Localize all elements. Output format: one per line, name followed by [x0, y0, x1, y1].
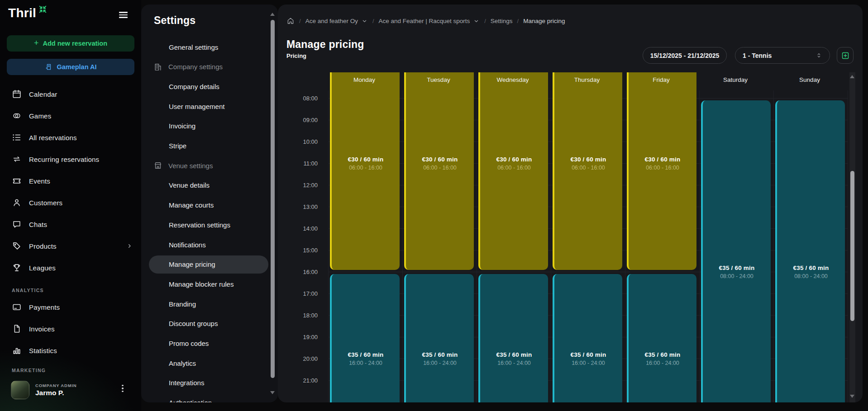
home-icon[interactable]	[286, 17, 295, 25]
invoice-icon	[12, 324, 22, 334]
hour-label: 21:00	[286, 377, 318, 384]
calendar-icon	[12, 89, 22, 99]
sidebar-item-label: Customers	[29, 199, 62, 207]
day-header-saturday: Saturday	[723, 76, 748, 83]
calendar-scrollbar-thumb[interactable]	[850, 171, 854, 321]
chevron-right-icon	[126, 242, 133, 250]
avatar	[11, 381, 29, 399]
gameplan-ai-button[interactable]: Gameplan AI	[7, 59, 134, 75]
settings-item-manage-courts[interactable]: Manage courts	[169, 200, 214, 210]
settings-scrollbar-thumb[interactable]	[271, 20, 275, 378]
sidebar-item-recurring-reservations[interactable]: Recurring reservations	[0, 148, 141, 170]
price-block-hours: 16:00 - 24:00	[349, 360, 382, 366]
price-block-sunday-8[interactable]: €35 / 60 min 08:00 - 24:00	[775, 100, 845, 402]
gameplan-ai-label: Gameplan AI	[57, 63, 96, 71]
settings-item-company-details[interactable]: Company details	[169, 81, 219, 91]
column-gridline	[773, 90, 774, 402]
user-profile[interactable]: COMPANY ADMIN Jarmo P.	[0, 378, 141, 402]
sidebar-item-events[interactable]: Events	[0, 170, 141, 192]
settings-panel-title: Settings	[154, 14, 196, 27]
breadcrumb-item-ace-and-feather-oy[interactable]: Ace and feather Oy	[305, 18, 358, 24]
calendar-scrollbar[interactable]	[849, 72, 855, 402]
add-new-reservation-button[interactable]: + Add new reservation	[7, 35, 134, 52]
settings-section-label: Company settings	[168, 63, 223, 71]
sidebar-item-all-reservations[interactable]: All reservations	[0, 127, 141, 148]
settings-item-branding[interactable]: Branding	[169, 299, 196, 309]
price-block-wednesday-6[interactable]: €30 / 60 min 06:00 - 16:00	[478, 72, 548, 270]
sidebar-item-products[interactable]: Products	[0, 235, 141, 257]
price-block-hours: 06:00 - 16:00	[572, 165, 605, 171]
price-block-wednesday-16[interactable]: €35 / 60 min 16:00 - 24:00	[478, 274, 548, 402]
date-range-input[interactable]: 15/12/2025 - 21/12/2025	[643, 47, 727, 64]
price-block-tuesday-6[interactable]: €30 / 60 min 06:00 - 16:00	[404, 72, 474, 270]
settings-item-discount-groups[interactable]: Discount groups	[169, 319, 218, 329]
scroll-up-icon[interactable]	[850, 75, 854, 78]
settings-item-user-management[interactable]: User management	[169, 101, 224, 111]
scroll-down-icon[interactable]	[850, 395, 854, 398]
sport-select-value: 1 - Tennis	[743, 52, 772, 59]
price-block-friday-6[interactable]: €30 / 60 min 06:00 - 16:00	[627, 72, 696, 270]
settings-item-stripe[interactable]: Stripe	[169, 141, 186, 151]
price-block-rate: €35 / 60 min	[719, 265, 755, 271]
price-block-hours: 16:00 - 24:00	[646, 360, 679, 366]
sidebar-item-games[interactable]: Games	[0, 105, 141, 127]
sidebar-item-label: All reservations	[29, 134, 77, 142]
settings-item-integrations[interactable]: Integrations	[169, 378, 204, 388]
menu-toggle-icon[interactable]	[119, 10, 130, 19]
price-block-tuesday-16[interactable]: €35 / 60 min 16:00 - 24:00	[404, 274, 474, 402]
sidebar-item-label: Statistics	[29, 347, 57, 354]
kebab-menu-icon[interactable]	[119, 383, 127, 394]
sidebar-item-label: Games	[29, 112, 51, 120]
settings-item-reservation-settings[interactable]: Reservation settings	[169, 220, 230, 230]
repeat-icon	[12, 154, 22, 164]
settings-item-authentication[interactable]: Authentication	[169, 398, 212, 402]
page-title: Manage pricing	[286, 38, 364, 51]
scroll-up-icon[interactable]	[270, 13, 275, 16]
scroll-down-icon[interactable]	[270, 391, 275, 394]
add-pricing-rule-button[interactable]	[837, 47, 854, 64]
chevron-down-icon[interactable]	[473, 18, 480, 24]
settings-item-general-settings[interactable]: General settings	[169, 42, 218, 52]
price-block-saturday-8[interactable]: €35 / 60 min 08:00 - 24:00	[701, 100, 771, 402]
sidebar-item-chats[interactable]: Chats	[0, 213, 141, 235]
settings-item-invoicing[interactable]: Invoicing	[169, 121, 196, 131]
storefront-icon	[153, 161, 162, 170]
sidebar-item-statistics[interactable]: Statistics	[0, 340, 141, 361]
chevron-down-icon[interactable]	[361, 18, 368, 24]
settings-scrollbar[interactable]	[270, 13, 275, 394]
settings-item-promo-codes[interactable]: Promo codes	[169, 339, 209, 349]
sidebar-item-calendar[interactable]: Calendar	[0, 83, 141, 105]
breadcrumb: / Ace and feather Oy / Ace and Feather |…	[286, 16, 565, 26]
sidebar-item-leagues[interactable]: Leagues	[0, 257, 141, 279]
settings-item-notifications[interactable]: Notifications	[169, 240, 206, 250]
price-block-rate: €35 / 60 min	[348, 351, 384, 358]
settings-section-company-settings: Company settings	[153, 62, 223, 72]
settings-item-manage-pricing[interactable]: Manage pricing	[169, 260, 215, 269]
user-role: COMPANY ADMIN	[35, 383, 77, 388]
settings-item-manage-blocker-rules[interactable]: Manage blocker rules	[169, 279, 234, 289]
price-block-rate: €30 / 60 min	[422, 156, 458, 163]
sidebar-item-customers[interactable]: Customers	[0, 192, 141, 213]
sidebar-item-invoices[interactable]: Invoices	[0, 318, 141, 340]
price-block-hours: 06:00 - 16:00	[349, 165, 382, 171]
price-block-friday-16[interactable]: €35 / 60 min 16:00 - 24:00	[627, 274, 696, 402]
column-gridline	[402, 90, 403, 402]
price-block-monday-6[interactable]: €30 / 60 min 06:00 - 16:00	[330, 72, 400, 270]
day-header-tuesday: Tuesday	[427, 76, 450, 83]
hour-label: 14:00	[286, 225, 318, 232]
sidebar-item-label: Chats	[29, 221, 47, 228]
brand-name: Thril	[8, 5, 36, 21]
price-block-hours: 06:00 - 16:00	[497, 165, 531, 171]
price-block-monday-16[interactable]: €35 / 60 min 16:00 - 24:00	[330, 274, 400, 402]
price-block-thursday-16[interactable]: €35 / 60 min 16:00 - 24:00	[553, 274, 622, 402]
price-block-thursday-6[interactable]: €30 / 60 min 06:00 - 16:00	[553, 72, 622, 270]
sidebar-item-payments[interactable]: Payments	[0, 296, 141, 318]
sport-select[interactable]: 1 - Tennis	[735, 47, 830, 64]
breadcrumb-item-settings[interactable]: Settings	[491, 18, 513, 24]
settings-item-venue-details[interactable]: Venue details	[169, 180, 210, 190]
sidebar-item-label: Invoices	[29, 325, 55, 333]
breadcrumb-item-ace-and-feather-racquet-sports[interactable]: Ace and Feather | Racquet sports	[379, 18, 470, 24]
hour-label: 20:00	[286, 355, 318, 362]
tag-icon	[12, 241, 22, 251]
settings-item-analytics[interactable]: Analytics	[169, 358, 196, 368]
